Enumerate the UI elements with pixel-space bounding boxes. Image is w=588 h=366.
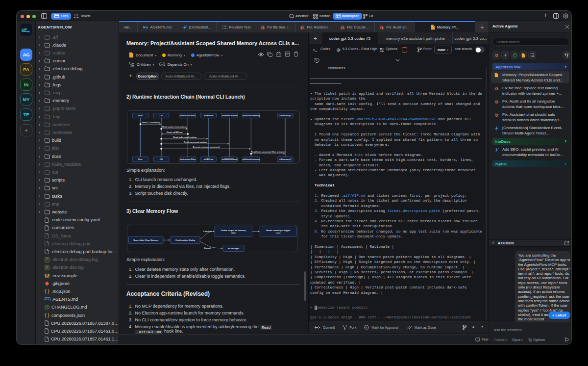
svg-text:.aif/bin/aif-memory: .aif/bin/aif-memory [242,114,260,117]
svg-text:Confirmation Dialog: Confirmation Dialog [175,239,195,241]
svg-text:Execute memory command: Execute memory command [193,146,220,148]
svg-text:.aif/bin/aif-memory: .aif/bin/aif-memory [242,158,260,160]
svg-text:AIF: AIF [21,27,27,31]
svg-text:Cancel: Cancel [204,247,211,249]
svg-text:Start CLI normally: Start CLI normally [142,121,160,124]
svg-text:.aif/AIF.md: .aif/AIF.md [203,114,214,117]
svg-text:CLI: CLI [159,114,163,117]
svg-text:Read project instructions: Read project instructions [162,126,187,128]
svg-text:Read/write canonical files (+: Read/write canonical files (+ index) [251,151,285,153]
svg-text:.aif/MEMORY.md: .aif/MEMORY.md [221,114,238,117]
svg-text:state: state [231,232,236,234]
svg-text:.aif/MEMORY.md: .aif/MEMORY.md [221,158,238,160]
svg-text:Instruction Files: Instruction Files [180,114,196,117]
svg-text:User clicks Clear Memory: User clicks Clear Memory [133,239,159,241]
svg-text:.aif/AIF.md: .aif/AIF.md [203,158,214,160]
svg-text:No changes: No changes [227,247,239,250]
svg-text:Read .aif/AIF.md: Read .aif/AIF.md [167,131,183,133]
svg-text:User: User [138,114,143,117]
svg-text:Read command catalog: Read command catalog [184,141,207,143]
svg-text:.aif/memory/*: .aif/memory/* [279,114,292,117]
svg-text:Instruction Files: Instruction Files [180,158,196,160]
svg-text:Delete scope .aif memory: Delete scope .aif memory [221,229,246,232]
svg-text:.aif/memory/*: .aif/memory/* [279,158,292,160]
svg-text:CLI: CLI [159,158,163,160]
svg-text:Confirm: Confirm [203,230,212,233]
svg-text:User: User [138,158,143,160]
svg-text:Read policy and routing: Read policy and routing [173,136,196,138]
svg-text:state: state [275,232,280,234]
svg-text:Hooks remain per toggle: Hooks remain per toggle [266,229,291,232]
